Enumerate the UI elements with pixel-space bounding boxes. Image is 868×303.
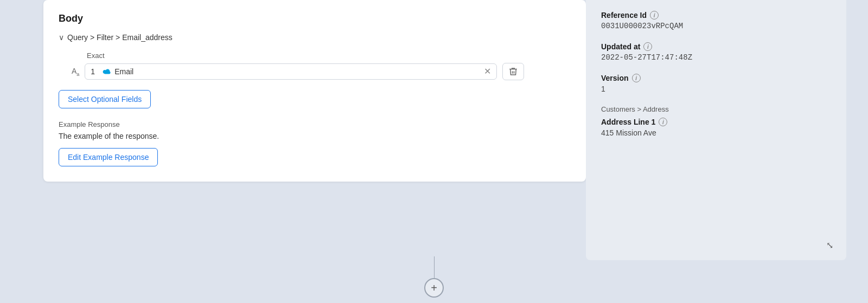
left-card: Body ∨ Query > Filter > Email_address Ex… [43,0,586,182]
salesforce-cloud-icon [100,68,111,75]
breadcrumb-row: ∨ Query > Filter > Email_address [59,33,571,42]
connector-line [434,256,435,278]
address-line-1-value: 415 Mission Ave [601,128,831,137]
reference-id-label: Reference Id i [601,11,831,20]
email-input-field[interactable]: 1 Email ✕ [85,63,497,80]
version-label: Version i [601,74,831,82]
input-number: 1 [91,67,95,76]
example-response-text: The example of the response. [59,132,571,140]
clear-icon[interactable]: ✕ [484,67,491,76]
breadcrumb: Query > Filter > Email_address [67,33,173,42]
exact-label: Exact [87,51,571,60]
version-value: 1 [601,85,831,93]
updated-at-field: Updated at i 2022-05-27T17:47:48Z [601,42,831,62]
input-row: Aa 1 Email ✕ [72,63,571,80]
delete-button[interactable] [502,63,524,80]
address-line-1-field: Address Line 1 i 415 Mission Ave [601,118,831,137]
example-response-label: Example Response [59,120,571,128]
customers-address-section: Customers > Address [601,105,831,113]
right-card: Reference Id i 0031U000023vRPcQAM Update… [586,0,846,260]
address-line-1-label: Address Line 1 i [601,118,831,126]
version-field: Version i 1 [601,74,831,93]
edit-example-response-button[interactable]: Edit Example Response [59,148,158,166]
address-line-1-info-icon[interactable]: i [659,118,667,126]
aa-icon: Aa [72,67,79,77]
updated-at-value: 2022-05-27T17:47:48Z [601,53,831,62]
select-optional-fields-button[interactable]: Select Optional Fields [59,90,151,108]
filter-section: Exact Aa 1 Email ✕ [72,51,571,80]
expand-icon[interactable]: ⤡ [826,240,833,250]
updated-at-label: Updated at i [601,42,831,51]
version-info-icon[interactable]: i [632,74,641,82]
reference-id-value: 0031U000023vRPcQAM [601,22,831,30]
email-field-value: Email [114,67,481,76]
bottom-area: + [0,256,868,303]
reference-id-field: Reference Id i 0031U000023vRPcQAM [601,11,831,30]
add-button[interactable]: + [424,278,444,298]
reference-id-info-icon[interactable]: i [650,11,659,20]
body-title: Body [59,13,571,24]
collapse-icon[interactable]: ∨ [59,33,64,42]
updated-at-info-icon[interactable]: i [643,42,652,51]
